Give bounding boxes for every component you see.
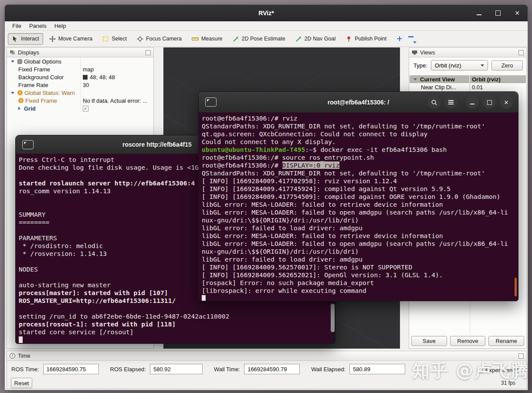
property-value: 0.01 (472, 84, 483, 91)
menu-item-panels[interactable]: Panels (25, 22, 51, 30)
float-panel-icon[interactable] (518, 50, 524, 55)
property-name-cell: !Global Status: Warn (7, 89, 81, 97)
tool-button-measure[interactable]: Measure (188, 33, 227, 45)
tree-row[interactable]: Current ViewOrbit (rviz) (410, 75, 526, 83)
remove-tool-icon[interactable] (408, 36, 413, 37)
expand-down-icon[interactable] (11, 60, 14, 63)
focus-camera-icon (137, 36, 143, 42)
property-name: Global Status: Warn (24, 90, 75, 96)
time-field-input[interactable]: 1669284590.75 (43, 364, 99, 374)
tree-row[interactable]: !Fixed FrameNo tf data. Actual error: ..… (7, 97, 153, 104)
tool-button-select[interactable]: Select (98, 33, 131, 45)
terminal-titlebar[interactable]: root@efb6a4f15306: / (199, 92, 518, 113)
close-icon[interactable] (500, 96, 513, 109)
remove-button[interactable]: Remove (450, 336, 486, 346)
terminal-text: ros_comm version 1.14.13 (19, 187, 111, 195)
view-type-select[interactable]: Orbit (rviz) (431, 60, 488, 71)
views-panel-title: Views (420, 49, 435, 56)
terminal-output[interactable]: root@efb6a4f15306:/# rvizQStandardPaths:… (199, 113, 518, 301)
menu-icon[interactable] (444, 96, 457, 109)
property-name-cell: Current View (410, 75, 470, 83)
save-button[interactable]: Save (411, 336, 447, 346)
property-value-cell[interactable]: ✓ (81, 104, 153, 112)
tool-button-move-camera[interactable]: Move Camera (45, 33, 97, 45)
warn-icon: ! (17, 90, 23, 95)
new-window-icon[interactable] (22, 140, 34, 149)
minimize-icon[interactable] (474, 9, 483, 17)
property-value-cell[interactable]: 0.01 (470, 83, 526, 91)
time-field-input[interactable]: 1669284590.79 (244, 364, 300, 374)
maximize-icon[interactable] (483, 96, 496, 109)
tool-button-interact[interactable]: Interact (8, 33, 43, 45)
checkbox-checked-icon[interactable]: ✓ (83, 106, 88, 111)
terminal-line: root@efb6a4f15306:/# source ros_entrypoi… (202, 154, 515, 161)
reset-button[interactable]: Reset (11, 378, 32, 388)
property-name: Fixed Frame (25, 97, 57, 104)
nav-goal-arrow-icon (295, 36, 302, 42)
property-value: 48; 48; 48 (90, 74, 115, 81)
new-window-icon[interactable] (205, 97, 217, 107)
toolbar-overflow-icon[interactable] (413, 41, 417, 44)
expand-right-icon[interactable] (18, 107, 20, 110)
time-field-label: ROS Time: (11, 366, 39, 373)
tool-button-publish-point[interactable]: Publish Point (342, 33, 390, 45)
tool-button-2d-pose-estimate[interactable]: 2D Pose Estimate (229, 33, 289, 45)
window-title: RViz* (258, 10, 274, 17)
tree-row[interactable]: !Global Status: Warn (7, 89, 153, 97)
time-field-input[interactable]: 580.89 (349, 364, 405, 374)
terminal-line: qt.qpa.screen: QXcbConnection: Could not… (202, 130, 515, 138)
close-icon[interactable] (513, 9, 522, 17)
terminal-text: nux-gnu/dri:\$${ORIGIN}/dri:/usr/lib/dri… (202, 248, 359, 255)
rename-button[interactable]: Rename (488, 336, 524, 346)
time-field-label: Wall Elapsed: (311, 366, 346, 373)
tree-row[interactable]: Near Clip Di...0.01 (410, 83, 526, 91)
tree-row[interactable]: Frame Rate30 (7, 81, 153, 89)
terminal-text: * /rosdistro: melodic (19, 242, 103, 249)
tool-button-plus[interactable] (393, 33, 407, 44)
view-type-row: Type: Orbit (rviz) Zero (409, 57, 526, 74)
property-value-cell[interactable] (81, 57, 153, 65)
tree-row[interactable]: Global Options (7, 57, 153, 65)
terminal-cursor (202, 295, 206, 301)
cursor-icon (12, 36, 18, 42)
zero-button[interactable]: Zero (491, 60, 523, 71)
scrollbar-thumb[interactable] (331, 304, 335, 332)
tool-button-2d-nav-goal[interactable]: 2D Nav Goal (291, 33, 340, 45)
measure-ruler-icon (192, 36, 199, 42)
time-field-input[interactable]: 580.92 (150, 364, 203, 374)
property-value-cell[interactable]: 48; 48; 48 (81, 73, 153, 81)
terminal-line: libGL error: MESA-LOADER: failed to retr… (202, 232, 515, 240)
tree-row[interactable]: Grid✓ (7, 104, 153, 112)
terminal-line: process[rosout-1]: started with pid [118… (19, 320, 332, 328)
scrollbar-thumb[interactable] (515, 278, 517, 296)
property-name: Global Options (24, 58, 61, 65)
terminal-text: NODES (19, 265, 38, 273)
time-field: Wall Time:1669284590.79 (214, 364, 300, 374)
property-value-cell[interactable]: Orbit (rviz) (470, 75, 526, 83)
property-value-cell[interactable] (81, 89, 153, 97)
property-value-cell[interactable]: map (81, 65, 153, 73)
terminal-text: root@efb6a4f15306:/# source ros_entrypoi… (202, 154, 374, 161)
property-name: Near Clip Di... (421, 84, 456, 91)
maximize-icon[interactable] (494, 9, 502, 17)
float-panel-icon[interactable] (518, 353, 524, 359)
tool-button-focus-camera[interactable]: Focus Camera (133, 33, 186, 45)
property-value-cell[interactable]: 30 (81, 81, 153, 89)
float-panel-icon[interactable] (146, 50, 151, 55)
tree-row[interactable]: Background Color48; 48; 48 (7, 73, 153, 81)
clock-icon (10, 353, 15, 359)
minimize-icon[interactable] (466, 96, 479, 109)
terminal-rviz[interactable]: root@efb6a4f15306: / root@efb6a4f15306:/… (198, 91, 518, 301)
expand-down-icon[interactable] (413, 78, 417, 81)
property-value-cell[interactable]: No tf data. Actual error: ... (81, 97, 153, 104)
property-name-cell: Frame Rate (7, 81, 81, 89)
menu-item-file[interactable]: File (8, 22, 25, 30)
expand-down-icon[interactable] (11, 92, 14, 94)
terminal-text: [ INFO] [1669284009.562652021]: OpenGl v… (202, 271, 443, 279)
plus-icon (396, 36, 403, 42)
titlebar[interactable]: RViz* (5, 5, 528, 21)
tree-row[interactable]: Fixed Framemap (7, 65, 153, 73)
search-icon[interactable] (427, 96, 441, 109)
terminal-text: started core service [/rosout] (19, 328, 134, 336)
menu-item-help[interactable]: Help (51, 22, 70, 30)
